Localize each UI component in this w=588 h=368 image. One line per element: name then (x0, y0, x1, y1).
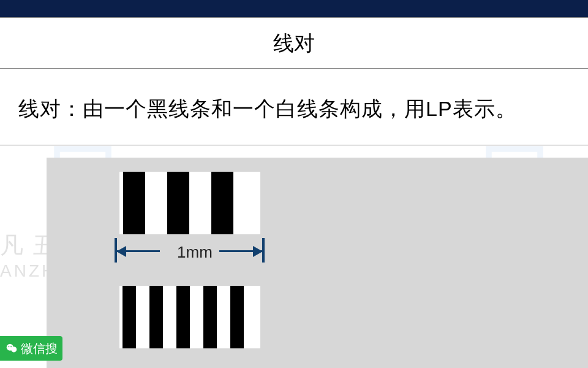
black-bar (149, 286, 163, 348)
arrow-right-icon (253, 246, 263, 257)
white-bar (244, 286, 257, 348)
white-bar (189, 172, 211, 234)
title-row: 线对 (0, 22, 588, 65)
line-pair-pattern-5lp (119, 286, 260, 348)
black-bar (230, 286, 244, 348)
wechat-label: 微信搜 (21, 340, 58, 357)
black-bar (203, 286, 217, 348)
definition-text: 线对：由一个黑线条和一个白线条构成，用LP表示。 (18, 97, 517, 120)
white-bar (145, 172, 167, 234)
separator (0, 145, 588, 145)
svg-point-2 (9, 346, 10, 347)
black-bar (176, 286, 190, 348)
white-bar (233, 172, 255, 234)
white-bar (190, 286, 203, 348)
definition-row: 线对：由一个黑线条和一个白线条构成，用LP表示。 (0, 83, 588, 123)
wechat-search-button[interactable]: 微信搜 (0, 336, 62, 361)
white-bar (163, 286, 176, 348)
slide-page: 线对 线对：由一个黑线条和一个白线条构成，用LP表示。 凡 丑 ANZH 耋 A (0, 0, 588, 368)
black-bar (123, 172, 145, 234)
line-pair-pattern-3lp (119, 172, 260, 234)
black-bar (123, 286, 136, 348)
separator (0, 17, 588, 18)
separator (0, 68, 588, 69)
black-bar (211, 172, 233, 234)
white-bar (217, 286, 230, 348)
svg-point-3 (10, 346, 12, 347)
black-bar (167, 172, 189, 234)
svg-point-1 (11, 347, 17, 352)
white-bar (136, 286, 149, 348)
slide-title: 线对 (273, 29, 315, 58)
arrow-line (117, 250, 160, 252)
dimension-indicator: 1mm (115, 239, 265, 265)
dimension-label: 1mm (167, 243, 222, 262)
top-bar (0, 0, 588, 17)
wechat-icon (5, 342, 18, 355)
